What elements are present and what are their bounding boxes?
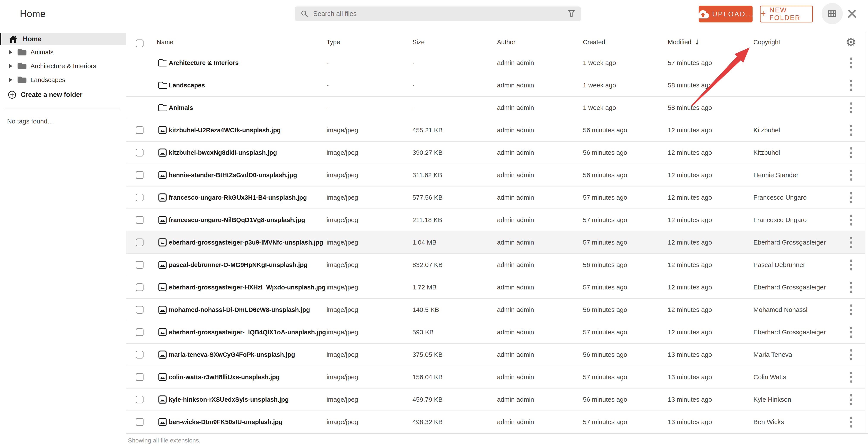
row-menu-button[interactable] (846, 299, 856, 321)
cell-type: image/jpeg (327, 119, 358, 141)
row-menu-button[interactable] (846, 254, 856, 276)
row-checkbox[interactable] (136, 328, 144, 336)
cell-copyright: Eberhard Grossgasteiger (753, 276, 826, 298)
row-menu-button[interactable] (846, 388, 856, 411)
row-checkbox[interactable] (136, 216, 144, 224)
row-checkbox[interactable] (136, 306, 144, 314)
row-menu-button[interactable] (846, 74, 856, 96)
row-menu-button[interactable] (846, 344, 856, 366)
row-checkbox[interactable] (136, 261, 144, 269)
row-menu-button[interactable] (846, 231, 856, 254)
chevron-right-icon[interactable] (9, 78, 12, 82)
cell-size: 498.32 KB (412, 411, 443, 433)
row-menu-button[interactable] (846, 164, 856, 186)
cell-modified: 12 minutes ago (668, 321, 712, 343)
row-checkbox[interactable] (136, 284, 144, 291)
table-row[interactable]: kyle-hinkson-rXSUedxSyIs-unsplash.jpgima… (126, 388, 868, 411)
row-checkbox[interactable] (136, 418, 144, 426)
cell-copyright: Kitzbuhel (753, 142, 780, 163)
row-checkbox[interactable] (136, 193, 144, 201)
row-menu-button[interactable] (846, 209, 856, 231)
image-file-icon (158, 142, 167, 163)
folder-icon (158, 97, 167, 119)
cell-author: admin admin (497, 209, 534, 231)
row-checkbox[interactable] (136, 171, 144, 179)
table-row[interactable]: Animals--admin admin1 week ago58 minutes… (126, 97, 868, 119)
chevron-right-icon[interactable] (9, 64, 12, 68)
image-file-icon (158, 366, 167, 388)
sidebar-folder-item[interactable]: Landscapes (0, 73, 126, 87)
cell-name: eberhard-grossgasteiger-HXHzI_Wjxdo-unsp… (169, 276, 326, 298)
cell-type: image/jpeg (327, 276, 358, 298)
row-menu-button[interactable] (846, 52, 856, 74)
column-header-name[interactable]: Name (157, 32, 173, 52)
cell-modified: 12 minutes ago (668, 164, 712, 186)
folder-icon (17, 76, 27, 84)
table-row[interactable]: eberhard-grossgasteiger-HXHzI_Wjxdo-unsp… (126, 276, 868, 299)
table-row[interactable]: francesco-ungaro-RkGUx3H1-B4-unsplash.jp… (126, 186, 868, 209)
table-row[interactable]: kitzbuhel-bwcxNg8dkiI-unsplash.jpgimage/… (126, 142, 868, 164)
table-row[interactable]: francesco-ungaro-NilBQqD1Vg8-unsplash.jp… (126, 209, 868, 231)
row-checkbox[interactable] (136, 351, 144, 358)
table-row[interactable]: pascal-debrunner-O-MG9HpNKgI-unsplash.jp… (126, 254, 868, 276)
table-row[interactable]: ben-wicks-Dtm9FK50sIU-unsplash.jpgimage/… (126, 411, 868, 434)
sidebar-folder-item[interactable]: Architecture & Interiors (0, 59, 126, 73)
row-menu-button[interactable] (846, 97, 856, 119)
cell-size: 832.07 KB (412, 254, 443, 276)
new-folder-button[interactable]: + NEW FOLDER (760, 6, 813, 23)
table-row[interactable]: kitzbuhel-U2Reza4WCtk-unsplash.jpgimage/… (126, 119, 868, 142)
close-x-icon (847, 9, 857, 19)
upload-button[interactable]: UPLOAD... (699, 6, 752, 23)
table-row[interactable]: mohamed-nohassi-Di-DmLD6cW8-unsplash.jpg… (126, 299, 868, 321)
column-header-size[interactable]: Size (412, 32, 425, 52)
cell-created: 56 minutes ago (583, 388, 627, 411)
filter-icon[interactable] (568, 10, 575, 18)
column-header-copyright[interactable]: Copyright (753, 32, 780, 52)
row-checkbox[interactable] (136, 149, 144, 156)
grid-view-toggle[interactable] (822, 3, 843, 24)
cell-size: - (412, 74, 414, 96)
row-menu-button[interactable] (846, 276, 856, 298)
cell-size: 390.27 KB (412, 142, 443, 163)
column-header-modified[interactable]: Modified ↓ (668, 32, 700, 52)
select-all-checkbox[interactable] (136, 39, 144, 47)
row-menu-button[interactable] (846, 321, 856, 343)
row-menu-button[interactable] (846, 411, 856, 433)
cell-created: 57 minutes ago (583, 186, 627, 209)
table-row[interactable]: hennie-stander-BtHtZsGvdD0-unsplash.jpgi… (126, 164, 868, 186)
image-file-icon (158, 344, 167, 366)
column-header-created[interactable]: Created (583, 32, 605, 52)
grid-view-icon (828, 10, 836, 17)
table-row[interactable]: Architecture & Interiors--admin admin1 w… (126, 52, 868, 74)
row-checkbox[interactable] (136, 373, 144, 381)
row-menu-button[interactable] (846, 119, 856, 141)
row-menu-button[interactable] (846, 186, 856, 209)
table-row[interactable]: eberhard-grossgasteiger-_lQB4QlX1oA-unsp… (126, 321, 868, 344)
file-list: Name Type Size Author Created Modified ↓… (126, 28, 868, 447)
cell-modified: 12 minutes ago (668, 142, 712, 163)
search-input[interactable]: Search all files (295, 6, 581, 21)
column-settings-gear-icon[interactable]: ⚙ (845, 32, 857, 52)
column-header-type[interactable]: Type (327, 32, 340, 52)
scrollbar-track[interactable] (865, 32, 868, 434)
chevron-right-icon[interactable] (9, 50, 12, 54)
row-menu-button[interactable] (846, 142, 856, 163)
row-checkbox[interactable] (136, 126, 144, 134)
cell-modified: 13 minutes ago (668, 366, 712, 388)
sidebar-folder-item[interactable]: Animals (0, 45, 126, 59)
table-row[interactable]: Landscapes--admin admin1 week ago58 minu… (126, 74, 868, 97)
table-row[interactable]: maria-teneva-SXwCyG4FoPk-unsplash.jpgima… (126, 344, 868, 366)
row-checkbox[interactable] (136, 396, 144, 404)
column-header-author[interactable]: Author (497, 32, 515, 52)
create-new-folder-button[interactable]: Create a new folder (0, 88, 83, 102)
plus-circle-icon (8, 90, 17, 99)
cell-name: kyle-hinkson-rXSUedxSyIs-unsplash.jpg (169, 388, 289, 411)
cell-modified: 12 minutes ago (668, 209, 712, 231)
close-button[interactable] (845, 7, 859, 21)
table-row[interactable]: colin-watts-r3wH8lliUxs-unsplash.jpgimag… (126, 366, 868, 388)
sidebar-item-home[interactable]: Home (0, 33, 126, 45)
row-menu-button[interactable] (846, 366, 856, 388)
row-checkbox[interactable] (136, 238, 144, 246)
table-row[interactable]: eberhard-grossgasteiger-p3u9-lMVNfc-unsp… (126, 231, 868, 254)
cell-name: pascal-debrunner-O-MG9HpNKgI-unsplash.jp… (169, 254, 308, 276)
